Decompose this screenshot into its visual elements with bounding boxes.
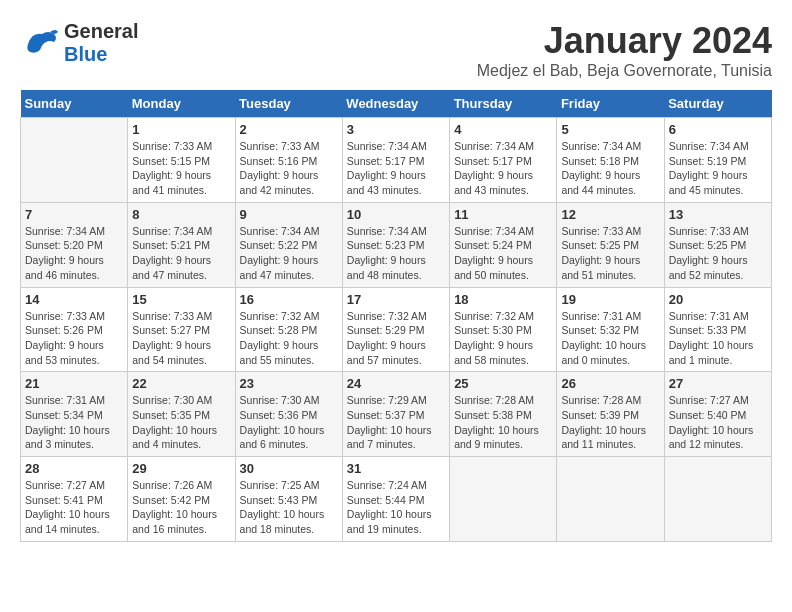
calendar-cell: 17Sunrise: 7:32 AM Sunset: 5:29 PM Dayli…	[342, 287, 449, 372]
day-info: Sunrise: 7:33 AM Sunset: 5:25 PM Dayligh…	[669, 224, 767, 283]
calendar-cell: 15Sunrise: 7:33 AM Sunset: 5:27 PM Dayli…	[128, 287, 235, 372]
week-row-2: 7Sunrise: 7:34 AM Sunset: 5:20 PM Daylig…	[21, 202, 772, 287]
calendar-cell: 9Sunrise: 7:34 AM Sunset: 5:22 PM Daylig…	[235, 202, 342, 287]
day-info: Sunrise: 7:33 AM Sunset: 5:16 PM Dayligh…	[240, 139, 338, 198]
day-info: Sunrise: 7:25 AM Sunset: 5:43 PM Dayligh…	[240, 478, 338, 537]
day-info: Sunrise: 7:28 AM Sunset: 5:38 PM Dayligh…	[454, 393, 552, 452]
page-header: General Blue January 2024 Medjez el Bab,…	[20, 20, 772, 80]
day-number: 26	[561, 376, 659, 391]
logo-bird-icon	[20, 24, 60, 62]
day-info: Sunrise: 7:32 AM Sunset: 5:28 PM Dayligh…	[240, 309, 338, 368]
title-section: January 2024 Medjez el Bab, Beja Governo…	[477, 20, 772, 80]
day-number: 16	[240, 292, 338, 307]
location-subtitle: Medjez el Bab, Beja Governorate, Tunisia	[477, 62, 772, 80]
day-info: Sunrise: 7:34 AM Sunset: 5:23 PM Dayligh…	[347, 224, 445, 283]
day-info: Sunrise: 7:33 AM Sunset: 5:27 PM Dayligh…	[132, 309, 230, 368]
day-info: Sunrise: 7:34 AM Sunset: 5:20 PM Dayligh…	[25, 224, 123, 283]
day-number: 18	[454, 292, 552, 307]
day-number: 22	[132, 376, 230, 391]
day-info: Sunrise: 7:27 AM Sunset: 5:40 PM Dayligh…	[669, 393, 767, 452]
day-number: 23	[240, 376, 338, 391]
day-info: Sunrise: 7:26 AM Sunset: 5:42 PM Dayligh…	[132, 478, 230, 537]
calendar-cell: 7Sunrise: 7:34 AM Sunset: 5:20 PM Daylig…	[21, 202, 128, 287]
day-number: 5	[561, 122, 659, 137]
day-info: Sunrise: 7:28 AM Sunset: 5:39 PM Dayligh…	[561, 393, 659, 452]
week-row-5: 28Sunrise: 7:27 AM Sunset: 5:41 PM Dayli…	[21, 457, 772, 542]
calendar-cell: 24Sunrise: 7:29 AM Sunset: 5:37 PM Dayli…	[342, 372, 449, 457]
calendar-cell: 22Sunrise: 7:30 AM Sunset: 5:35 PM Dayli…	[128, 372, 235, 457]
day-number: 17	[347, 292, 445, 307]
day-number: 29	[132, 461, 230, 476]
day-number: 4	[454, 122, 552, 137]
day-info: Sunrise: 7:33 AM Sunset: 5:15 PM Dayligh…	[132, 139, 230, 198]
day-info: Sunrise: 7:34 AM Sunset: 5:19 PM Dayligh…	[669, 139, 767, 198]
day-info: Sunrise: 7:34 AM Sunset: 5:18 PM Dayligh…	[561, 139, 659, 198]
calendar-cell: 30Sunrise: 7:25 AM Sunset: 5:43 PM Dayli…	[235, 457, 342, 542]
header-wednesday: Wednesday	[342, 90, 449, 118]
day-info: Sunrise: 7:24 AM Sunset: 5:44 PM Dayligh…	[347, 478, 445, 537]
calendar-cell: 13Sunrise: 7:33 AM Sunset: 5:25 PM Dayli…	[664, 202, 771, 287]
day-number: 20	[669, 292, 767, 307]
day-info: Sunrise: 7:32 AM Sunset: 5:30 PM Dayligh…	[454, 309, 552, 368]
month-title: January 2024	[477, 20, 772, 62]
week-row-1: 1Sunrise: 7:33 AM Sunset: 5:15 PM Daylig…	[21, 118, 772, 203]
week-row-4: 21Sunrise: 7:31 AM Sunset: 5:34 PM Dayli…	[21, 372, 772, 457]
calendar-cell	[21, 118, 128, 203]
day-number: 27	[669, 376, 767, 391]
day-number: 13	[669, 207, 767, 222]
day-info: Sunrise: 7:32 AM Sunset: 5:29 PM Dayligh…	[347, 309, 445, 368]
calendar-header-row: Sunday Monday Tuesday Wednesday Thursday…	[21, 90, 772, 118]
logo: General Blue	[20, 20, 138, 66]
day-info: Sunrise: 7:33 AM Sunset: 5:25 PM Dayligh…	[561, 224, 659, 283]
day-info: Sunrise: 7:34 AM Sunset: 5:24 PM Dayligh…	[454, 224, 552, 283]
header-monday: Monday	[128, 90, 235, 118]
calendar-cell: 20Sunrise: 7:31 AM Sunset: 5:33 PM Dayli…	[664, 287, 771, 372]
calendar-cell: 18Sunrise: 7:32 AM Sunset: 5:30 PM Dayli…	[450, 287, 557, 372]
day-number: 9	[240, 207, 338, 222]
day-number: 2	[240, 122, 338, 137]
day-number: 25	[454, 376, 552, 391]
day-info: Sunrise: 7:33 AM Sunset: 5:26 PM Dayligh…	[25, 309, 123, 368]
calendar-cell: 12Sunrise: 7:33 AM Sunset: 5:25 PM Dayli…	[557, 202, 664, 287]
header-tuesday: Tuesday	[235, 90, 342, 118]
day-number: 10	[347, 207, 445, 222]
day-info: Sunrise: 7:31 AM Sunset: 5:34 PM Dayligh…	[25, 393, 123, 452]
day-info: Sunrise: 7:34 AM Sunset: 5:17 PM Dayligh…	[347, 139, 445, 198]
calendar-cell	[664, 457, 771, 542]
calendar-cell: 3Sunrise: 7:34 AM Sunset: 5:17 PM Daylig…	[342, 118, 449, 203]
day-number: 28	[25, 461, 123, 476]
day-number: 7	[25, 207, 123, 222]
calendar-cell: 8Sunrise: 7:34 AM Sunset: 5:21 PM Daylig…	[128, 202, 235, 287]
calendar-cell: 21Sunrise: 7:31 AM Sunset: 5:34 PM Dayli…	[21, 372, 128, 457]
day-number: 12	[561, 207, 659, 222]
calendar-cell: 4Sunrise: 7:34 AM Sunset: 5:17 PM Daylig…	[450, 118, 557, 203]
calendar-cell: 6Sunrise: 7:34 AM Sunset: 5:19 PM Daylig…	[664, 118, 771, 203]
calendar-cell: 19Sunrise: 7:31 AM Sunset: 5:32 PM Dayli…	[557, 287, 664, 372]
calendar-cell: 23Sunrise: 7:30 AM Sunset: 5:36 PM Dayli…	[235, 372, 342, 457]
calendar-cell: 25Sunrise: 7:28 AM Sunset: 5:38 PM Dayli…	[450, 372, 557, 457]
day-number: 14	[25, 292, 123, 307]
header-friday: Friday	[557, 90, 664, 118]
day-number: 3	[347, 122, 445, 137]
day-info: Sunrise: 7:34 AM Sunset: 5:21 PM Dayligh…	[132, 224, 230, 283]
header-thursday: Thursday	[450, 90, 557, 118]
calendar-cell: 5Sunrise: 7:34 AM Sunset: 5:18 PM Daylig…	[557, 118, 664, 203]
day-number: 31	[347, 461, 445, 476]
calendar-cell: 2Sunrise: 7:33 AM Sunset: 5:16 PM Daylig…	[235, 118, 342, 203]
day-info: Sunrise: 7:30 AM Sunset: 5:35 PM Dayligh…	[132, 393, 230, 452]
day-number: 24	[347, 376, 445, 391]
logo-blue-text: Blue	[64, 43, 107, 65]
calendar-cell: 29Sunrise: 7:26 AM Sunset: 5:42 PM Dayli…	[128, 457, 235, 542]
day-number: 15	[132, 292, 230, 307]
calendar-cell	[557, 457, 664, 542]
day-number: 19	[561, 292, 659, 307]
day-info: Sunrise: 7:27 AM Sunset: 5:41 PM Dayligh…	[25, 478, 123, 537]
day-info: Sunrise: 7:34 AM Sunset: 5:22 PM Dayligh…	[240, 224, 338, 283]
day-info: Sunrise: 7:31 AM Sunset: 5:33 PM Dayligh…	[669, 309, 767, 368]
header-sunday: Sunday	[21, 90, 128, 118]
day-number: 1	[132, 122, 230, 137]
week-row-3: 14Sunrise: 7:33 AM Sunset: 5:26 PM Dayli…	[21, 287, 772, 372]
calendar-cell	[450, 457, 557, 542]
day-info: Sunrise: 7:34 AM Sunset: 5:17 PM Dayligh…	[454, 139, 552, 198]
header-saturday: Saturday	[664, 90, 771, 118]
